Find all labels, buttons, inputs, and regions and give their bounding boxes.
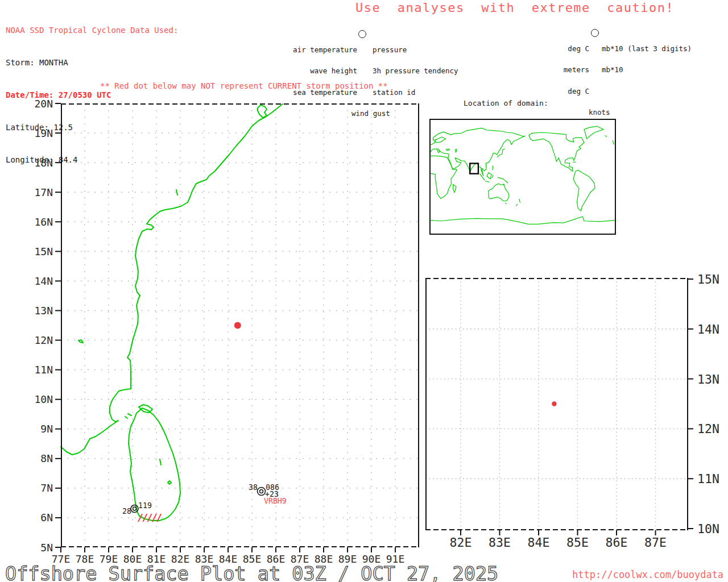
- svg-text:85E: 85E: [566, 535, 589, 550]
- world-coastlines: [431, 126, 615, 224]
- svg-text:9N: 9N: [40, 423, 53, 435]
- unit-air-temp: deg C: [555, 45, 589, 53]
- coast-seasia-islands: [479, 165, 507, 183]
- svg-text:20N: 20N: [34, 98, 53, 110]
- storm-zoom-plot: 15N14N13N12N11N10N82E83E84E85E86E87E: [425, 278, 688, 530]
- svg-text:12N: 12N: [697, 422, 719, 436]
- main-map-plot: 38 086 +23 VRBH9 28 119 20N19N18N17N16N1…: [61, 103, 419, 547]
- coast-antarctica: [431, 217, 615, 224]
- svg-text:83E: 83E: [489, 535, 511, 550]
- svg-text:8N: 8N: [40, 452, 53, 464]
- station-circle-icon: [258, 488, 266, 496]
- unit-pressure: mb*10 (last 3 digits): [602, 45, 692, 53]
- world-map-inset: [429, 119, 616, 235]
- svg-text:16N: 16N: [34, 216, 53, 228]
- storm-info-name: Storm: MONTHA: [6, 57, 178, 68]
- legend-pressure: pressure: [373, 47, 407, 54]
- svg-text:14N: 14N: [34, 275, 53, 287]
- svg-text:87E: 87E: [644, 535, 667, 550]
- unit-sea-temp: deg C: [555, 88, 589, 95]
- coastline-india-srilanka: [61, 104, 283, 521]
- sub-plot-border: [425, 278, 688, 530]
- svg-text:17N: 17N: [34, 186, 53, 198]
- station-circle-icon: [131, 505, 138, 513]
- legend-tendency: 3h pressure tendency: [373, 68, 458, 75]
- coastline-small-islands: [78, 190, 177, 484]
- coast-inland-seas: [446, 149, 457, 152]
- unit-wave-height: meters: [555, 66, 589, 74]
- red-dot-warning: ** Red dot below may NOT represent CURRE…: [100, 81, 388, 90]
- coastline-sri-lanka: [129, 408, 180, 521]
- station-air-temp: 28: [122, 507, 131, 516]
- coastline-jaffna: [139, 405, 152, 413]
- legend-wave-height: wave height: [293, 68, 357, 75]
- coast-north-america: [529, 132, 584, 171]
- svg-text:5N: 5N: [40, 542, 53, 554]
- plot-title-text: Offshore Surface Plot at 03Z / OCT 27, 2…: [5, 563, 498, 582]
- svg-text:15N: 15N: [34, 246, 53, 257]
- coast-madagascar: [453, 184, 456, 192]
- station-circle-icon: [260, 490, 263, 493]
- svg-text:11N: 11N: [697, 472, 719, 486]
- coast-africa: [431, 156, 457, 198]
- svg-text:82E: 82E: [450, 535, 472, 550]
- main-axes: 20N19N18N17N16N15N14N13N12N11N10N9N8N7N6…: [34, 98, 404, 566]
- svg-text:13N: 13N: [34, 305, 53, 317]
- plot-title: Offshore Surface Plot at 03Z / OCT 27, 2…: [4, 562, 550, 582]
- coast-south-america: [573, 162, 595, 211]
- svg-text:10N: 10N: [697, 522, 719, 536]
- station-pressure: 119: [138, 501, 152, 510]
- storm-info-source: NOAA SSD Tropical Cyclone Data Used:: [6, 25, 178, 36]
- station-legend-units: deg Cmb*10 (last 3 digits) metersmb*10 d…: [555, 24, 725, 123]
- svg-text:15N: 15N: [697, 272, 719, 286]
- station-plot-2: 28 119: [122, 501, 152, 516]
- unit-tendency: mb*10: [602, 66, 623, 74]
- sub-axes: 15N14N13N12N11N10N82E83E84E85E86E87E: [450, 272, 719, 550]
- svg-text:12N: 12N: [34, 334, 53, 346]
- storm-position-dot: [234, 322, 241, 329]
- svg-text:10N: 10N: [34, 393, 53, 405]
- coastline-india-east-coast: [61, 104, 283, 455]
- storm-info-datetime: Date/Time: 27/0530 UTC: [6, 90, 178, 101]
- sub-gridlines: [425, 278, 688, 530]
- svg-text:6N: 6N: [40, 512, 53, 523]
- coast-greenland: [584, 126, 614, 144]
- unit-wind-gust: knots: [589, 109, 610, 117]
- svg-text:13N: 13N: [697, 372, 719, 386]
- coast-japan: [497, 149, 504, 157]
- coast-australia: [489, 184, 520, 206]
- station-air-temp: 38: [249, 483, 258, 492]
- svg-text:86E: 86E: [606, 535, 628, 550]
- svg-text:7N: 7N: [40, 482, 53, 494]
- caution-headline: Use analyses with extreme caution!: [355, 1, 674, 15]
- source-url-link[interactable]: http://coolwx.com/buoydata: [572, 569, 723, 580]
- storm-position-dot: [552, 401, 556, 406]
- station-circle-icon: [133, 507, 136, 510]
- buoy-plot-page: { "header": { "line1": "NOAA SSD Tropica…: [0, 0, 728, 582]
- svg-text:14N: 14N: [697, 322, 719, 336]
- svg-text:18N: 18N: [34, 157, 53, 169]
- svg-text:19N: 19N: [34, 127, 53, 139]
- station-id: VRBH9: [264, 497, 287, 505]
- legend-air-temp: air temperature: [293, 47, 357, 54]
- svg-text:84E: 84E: [528, 535, 550, 550]
- svg-text:11N: 11N: [34, 364, 53, 376]
- coastline-chilika-lake: [258, 105, 267, 118]
- station-circle-icon: [358, 30, 366, 38]
- inset-title: Location of domain:: [464, 99, 548, 107]
- station-circle-icon: [591, 29, 599, 37]
- station-plot-vrbh9: 38 086 +23 VRBH9: [249, 483, 287, 505]
